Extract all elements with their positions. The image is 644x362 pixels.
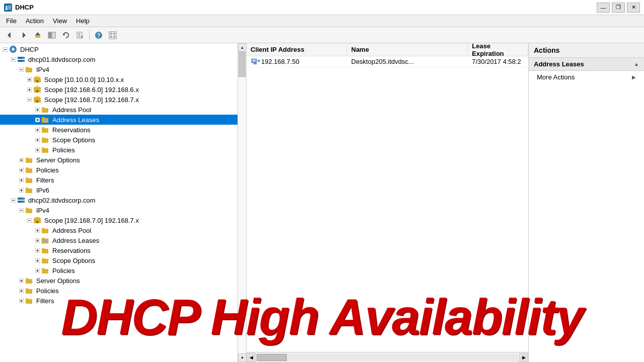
tree-item-dhcp-root[interactable]: DHCP [0, 44, 246, 54]
tree-expander-addr-pool[interactable] [33, 106, 41, 114]
tree-item-filters2[interactable]: Filters [0, 296, 246, 306]
tree-expander-scope1[interactable] [25, 75, 33, 83]
col-lease-header[interactable]: Lease Expiration [468, 43, 528, 56]
tree-expander-dhcp01[interactable] [9, 55, 17, 63]
tree-expander-server-options[interactable] [17, 156, 25, 164]
tree-item-policies4[interactable]: Policies [0, 286, 246, 296]
svg-rect-8 [35, 35, 40, 38]
tree-label-scope4: Scope [192.168.7.0] 192.168.7.x [44, 217, 139, 224]
tree-expander-dhcp-root[interactable] [1, 45, 9, 53]
vscroll-up-button[interactable]: ▲ [238, 43, 247, 52]
tree-item-policies3[interactable]: Policies [0, 265, 246, 276]
tree-label-scope-options2: Scope Options [52, 257, 95, 264]
tree-expander-reservations[interactable] [33, 126, 41, 134]
tree-expander-scope-options[interactable] [33, 136, 41, 144]
tree-item-ipv4-2[interactable]: IPv4 [0, 205, 246, 215]
refresh-button[interactable] [59, 29, 72, 41]
svg-rect-27 [113, 36, 115, 38]
tree-item-scope4[interactable]: Scope [192.168.7.0] 192.168.7.x [0, 215, 246, 225]
tree-item-reservations[interactable]: Reservations [0, 125, 246, 135]
tree-item-dhcp02[interactable]: dhcp02.itdvdscorp.com [0, 195, 246, 205]
tree-expander-addr-leases[interactable] [33, 116, 41, 124]
folder-icon-addr-leases2 [41, 236, 49, 244]
tree-expander-scope3[interactable] [25, 96, 33, 104]
tree-expander-ipv4-2[interactable] [17, 206, 25, 214]
back-button[interactable] [3, 29, 16, 41]
menu-view[interactable]: View [49, 16, 71, 26]
tree-item-scope3[interactable]: Scope [192.168.7.0] 192.168.7.x [0, 95, 246, 105]
tree-expander-ipv6[interactable] [17, 186, 25, 194]
tree-expander-policies3[interactable] [33, 266, 41, 275]
tree-expander-addr-pool2[interactable] [33, 226, 41, 234]
col-client-ip-header[interactable]: Client IP Address [247, 43, 347, 56]
vscroll-down-button[interactable]: ▼ [238, 353, 247, 362]
properties-button[interactable] [106, 29, 119, 41]
tree-item-server-options[interactable]: Server Options [0, 155, 246, 165]
tree-item-scope-options[interactable]: Scope Options [0, 135, 246, 145]
app-icon [4, 4, 12, 12]
table-row[interactable]: 192.168.7.50Desktop205.itdvdsc...7/30/20… [247, 56, 528, 67]
help-button[interactable]: ? [92, 29, 105, 41]
tree-item-addr-pool2[interactable]: Address Pool [0, 225, 246, 235]
forward-button[interactable] [17, 29, 30, 41]
scope-icon-scope4 [33, 216, 41, 224]
folder-icon-server-options [25, 156, 33, 164]
tree-item-addr-leases[interactable]: Address Leases [0, 115, 246, 125]
content-body[interactable]: 192.168.7.50Desktop205.itdvdsc...7/30/20… [247, 56, 528, 352]
tree-expander-policies4[interactable] [17, 287, 25, 295]
menu-action[interactable]: Action [22, 16, 48, 26]
tree-item-filters[interactable]: Filters [0, 175, 246, 185]
tree-expander-ipv4[interactable] [17, 65, 25, 73]
tree-item-addr-leases2[interactable]: Address Leases [0, 235, 246, 245]
tree-expander-filters2[interactable] [17, 297, 25, 305]
up-button[interactable] [31, 29, 44, 41]
tree-item-policies1[interactable]: Policies [0, 145, 246, 155]
action-more-actions[interactable]: More Actions ▶ [529, 71, 644, 83]
minimize-button[interactable]: — [597, 3, 610, 13]
actions-section-addr-leases[interactable]: Address Leases ▲ [529, 58, 644, 71]
folder-icon-addr-leases [41, 116, 49, 124]
tree-item-scope-options2[interactable]: Scope Options [0, 255, 246, 265]
tree-expander-dhcp02[interactable] [9, 196, 17, 204]
tree-label-dhcp-root: DHCP [20, 46, 39, 53]
tree-scroll[interactable]: DHCPdhcp01.itdvdscorp.comIPv4Scope [10.1… [0, 43, 246, 362]
tree-item-ipv4[interactable]: IPv4 [0, 64, 246, 74]
export-button[interactable] [73, 29, 87, 41]
show-hide-button[interactable] [45, 29, 58, 41]
hscroll-track[interactable] [257, 354, 518, 361]
tree-vscrollbar[interactable]: ▲ ▼ [237, 43, 246, 362]
tree-item-policies2[interactable]: Policies [0, 165, 246, 175]
tree-expander-scope-options2[interactable] [33, 256, 41, 264]
hscroll-left-button[interactable]: ◀ [247, 353, 256, 362]
hscroll-right-button[interactable]: ▶ [519, 353, 528, 362]
tree-expander-server-options2[interactable] [17, 277, 25, 285]
svg-rect-121 [253, 64, 257, 64]
tree-label-server-options: Server Options [36, 156, 80, 164]
horizontal-scrollbar[interactable]: ◀ ▶ [247, 352, 528, 362]
menu-help[interactable]: Help [72, 16, 94, 26]
tree-label-addr-pool2: Address Pool [52, 227, 91, 234]
tree-item-reservations2[interactable]: Reservations [0, 245, 246, 255]
svg-point-38 [23, 60, 24, 61]
restore-button[interactable]: ❐ [612, 3, 625, 13]
tree-expander-scope4[interactable] [25, 216, 33, 224]
tree-expander-policies2[interactable] [17, 166, 25, 174]
tree-expander-filters[interactable] [17, 176, 25, 184]
tree-expander-reservations2[interactable] [33, 246, 41, 254]
tree-item-scope2[interactable]: Scope [192.168.6.0] 192.168.6.x [0, 84, 246, 95]
tree-item-addr-pool[interactable]: Address Pool [0, 105, 246, 115]
vscroll-track[interactable] [238, 52, 246, 353]
tree-expander-addr-leases2[interactable] [33, 236, 41, 244]
hscroll-thumb[interactable] [257, 354, 287, 361]
tree-expander-policies1[interactable] [33, 146, 41, 154]
tree-item-scope1[interactable]: Scope [10.10.0.0] 10.10.x.x [0, 74, 246, 84]
tree-item-server-options2[interactable]: Server Options [0, 276, 246, 286]
tree-item-ipv6[interactable]: IPv6 [0, 185, 246, 195]
vscroll-thumb[interactable] [238, 52, 246, 77]
tree-expander-scope2[interactable] [25, 85, 33, 94]
menu-file[interactable]: File [2, 16, 21, 26]
tree-item-dhcp01[interactable]: dhcp01.itdvdscorp.com [0, 54, 246, 64]
col-name-header[interactable]: Name [347, 43, 468, 56]
tree-label-server-options2: Server Options [36, 277, 80, 285]
close-button[interactable]: ✕ [627, 3, 640, 13]
